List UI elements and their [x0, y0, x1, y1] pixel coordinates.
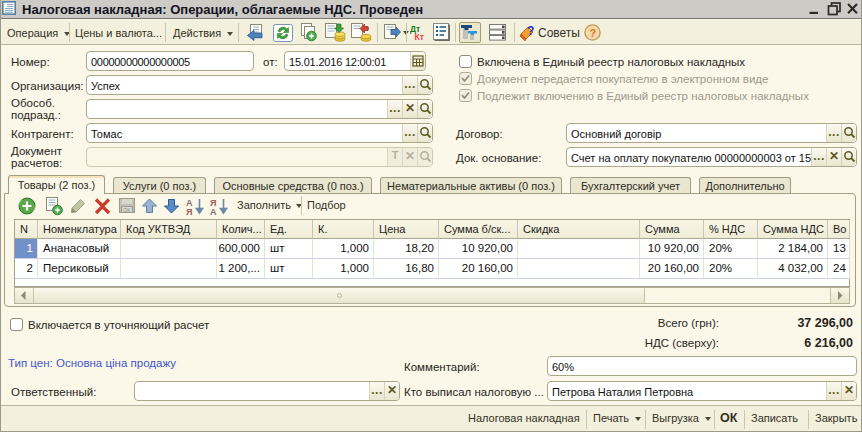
svg-text:Кт: Кт — [415, 32, 424, 42]
svg-text:ОК: ОК — [123, 207, 131, 213]
svg-text:А: А — [210, 207, 217, 217]
svg-text:Я: Я — [186, 207, 192, 217]
svg-text:?: ? — [590, 27, 597, 39]
svg-text:?: ? — [527, 24, 534, 38]
